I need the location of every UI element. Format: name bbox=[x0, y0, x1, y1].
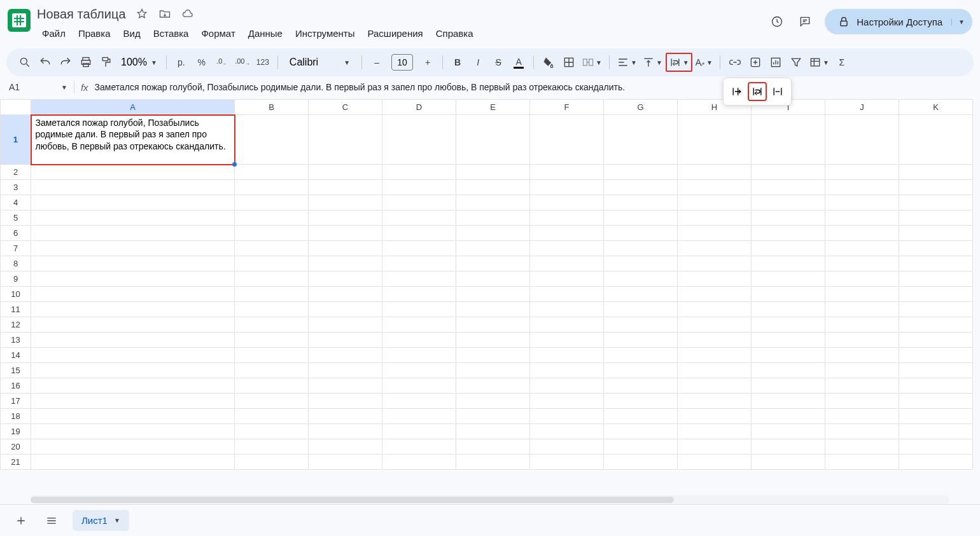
cell[interactable] bbox=[530, 348, 604, 363]
cell[interactable] bbox=[752, 256, 825, 271]
cell[interactable] bbox=[752, 455, 825, 470]
cell[interactable] bbox=[382, 165, 456, 180]
redo-icon[interactable] bbox=[56, 53, 75, 72]
cell[interactable] bbox=[752, 287, 825, 302]
doc-title[interactable]: Новая таблица bbox=[37, 7, 126, 22]
column-header[interactable]: B bbox=[235, 100, 309, 115]
cell[interactable] bbox=[530, 226, 604, 241]
cell[interactable] bbox=[235, 226, 309, 241]
cell[interactable] bbox=[456, 424, 530, 439]
cell[interactable] bbox=[235, 363, 309, 378]
insert-chart-button[interactable] bbox=[766, 53, 785, 72]
cell[interactable] bbox=[382, 180, 456, 195]
star-icon[interactable] bbox=[135, 7, 149, 21]
table-view-button[interactable]: ▼ bbox=[807, 53, 831, 72]
cell[interactable] bbox=[456, 394, 530, 409]
insert-comment-button[interactable] bbox=[746, 53, 765, 72]
cell[interactable] bbox=[309, 210, 382, 226]
cell[interactable] bbox=[678, 455, 752, 470]
cell[interactable] bbox=[235, 409, 309, 424]
comments-icon[interactable] bbox=[797, 13, 813, 30]
increase-decimal-button[interactable]: .00→ bbox=[233, 53, 252, 72]
cell[interactable] bbox=[456, 455, 530, 470]
cell[interactable] bbox=[752, 317, 825, 333]
row-header[interactable]: 7 bbox=[1, 241, 31, 256]
search-icon[interactable] bbox=[15, 53, 34, 72]
cell[interactable] bbox=[31, 165, 235, 180]
cell[interactable] bbox=[899, 210, 973, 226]
cell[interactable] bbox=[456, 256, 530, 271]
row-header[interactable]: 1 bbox=[1, 115, 31, 165]
cell[interactable] bbox=[309, 333, 382, 348]
cell[interactable] bbox=[309, 165, 382, 180]
cell[interactable] bbox=[530, 180, 604, 195]
text-color-button[interactable]: A bbox=[509, 53, 528, 72]
cell[interactable] bbox=[899, 394, 973, 409]
cell[interactable] bbox=[604, 271, 678, 287]
cell[interactable] bbox=[899, 115, 973, 165]
cell[interactable] bbox=[31, 363, 235, 378]
cell[interactable] bbox=[899, 226, 973, 241]
cell[interactable] bbox=[752, 241, 825, 256]
cell[interactable] bbox=[456, 317, 530, 333]
horizontal-scrollbar[interactable] bbox=[31, 495, 949, 504]
cell[interactable] bbox=[752, 180, 825, 195]
strikethrough-button[interactable]: S bbox=[489, 53, 508, 72]
row-header[interactable]: 4 bbox=[1, 195, 31, 210]
cell[interactable] bbox=[604, 317, 678, 333]
cell[interactable] bbox=[678, 271, 752, 287]
column-header[interactable]: D bbox=[382, 100, 456, 115]
cell[interactable] bbox=[309, 317, 382, 333]
row-header[interactable]: 18 bbox=[1, 409, 31, 424]
cell[interactable] bbox=[752, 424, 825, 439]
cell[interactable] bbox=[899, 439, 973, 455]
cell[interactable] bbox=[530, 317, 604, 333]
cell[interactable] bbox=[678, 195, 752, 210]
borders-button[interactable] bbox=[559, 53, 578, 72]
cell[interactable] bbox=[604, 165, 678, 180]
cell[interactable] bbox=[899, 241, 973, 256]
cell[interactable] bbox=[604, 256, 678, 271]
filter-button[interactable] bbox=[787, 53, 806, 72]
row-header[interactable]: 12 bbox=[1, 317, 31, 333]
cell[interactable] bbox=[899, 424, 973, 439]
row-header[interactable]: 17 bbox=[1, 394, 31, 409]
cell[interactable] bbox=[530, 333, 604, 348]
cell[interactable] bbox=[752, 210, 825, 226]
name-box-input[interactable] bbox=[9, 82, 55, 92]
cell[interactable] bbox=[678, 317, 752, 333]
cell[interactable] bbox=[456, 302, 530, 317]
menu-edit[interactable]: Правка bbox=[73, 25, 116, 41]
decrease-decimal-button[interactable]: .0← bbox=[213, 53, 232, 72]
cell[interactable] bbox=[235, 302, 309, 317]
menu-file[interactable]: Файл bbox=[37, 25, 71, 41]
all-sheets-button[interactable] bbox=[42, 511, 61, 530]
cell[interactable] bbox=[31, 195, 235, 210]
cell[interactable] bbox=[235, 256, 309, 271]
cell[interactable] bbox=[678, 165, 752, 180]
cell[interactable] bbox=[382, 378, 456, 394]
cell[interactable] bbox=[825, 424, 899, 439]
row-header[interactable]: 11 bbox=[1, 302, 31, 317]
cell[interactable] bbox=[309, 271, 382, 287]
cell[interactable] bbox=[752, 195, 825, 210]
row-header[interactable]: 3 bbox=[1, 180, 31, 195]
cell[interactable] bbox=[309, 226, 382, 241]
cell[interactable] bbox=[604, 409, 678, 424]
row-header[interactable]: 20 bbox=[1, 439, 31, 455]
cell[interactable] bbox=[825, 165, 899, 180]
cell[interactable] bbox=[31, 348, 235, 363]
cell[interactable] bbox=[382, 195, 456, 210]
cell[interactable] bbox=[31, 333, 235, 348]
cell[interactable] bbox=[235, 210, 309, 226]
share-button[interactable]: Настройки Доступа ▼ bbox=[825, 9, 972, 34]
cell[interactable] bbox=[825, 348, 899, 363]
cell[interactable] bbox=[752, 363, 825, 378]
cell[interactable] bbox=[752, 271, 825, 287]
share-dropdown-icon[interactable]: ▼ bbox=[951, 18, 965, 25]
cell[interactable] bbox=[456, 195, 530, 210]
cell[interactable] bbox=[309, 256, 382, 271]
column-header[interactable]: K bbox=[899, 100, 973, 115]
cell[interactable] bbox=[530, 256, 604, 271]
cell[interactable] bbox=[678, 424, 752, 439]
